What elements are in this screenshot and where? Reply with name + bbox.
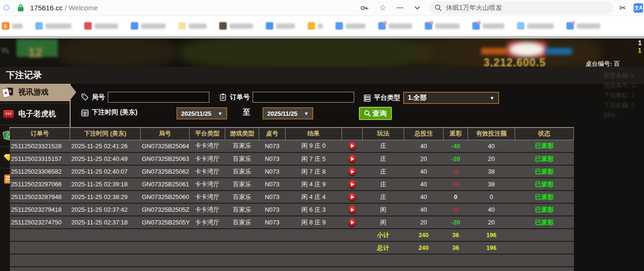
- column-header: 玩法: [363, 128, 404, 140]
- summary-valid-cell: 196: [468, 229, 515, 241]
- play-replay-icon[interactable]: [348, 155, 356, 163]
- status-cell: 已派彩: [515, 178, 574, 191]
- password-key-icon[interactable]: [360, 5, 369, 11]
- sidebar-item-cards[interactable]: 9♥视讯游戏: [0, 84, 70, 101]
- tab-loading-ring-icon: [3, 5, 9, 11]
- round-number-cell: GN07325B2505Z: [141, 203, 190, 216]
- bookmark-blurred-label: [46, 24, 72, 29]
- sidebar-item-slot-machine[interactable]: 777电子老虎机: [0, 105, 70, 123]
- empty-cell: [404, 254, 444, 267]
- summary-total-cell: 240: [404, 241, 444, 254]
- play-cell: [342, 203, 363, 216]
- bookmark-item[interactable]: [35, 22, 72, 30]
- date-from-select[interactable]: 2025/11/25 ▼: [176, 107, 227, 120]
- bookmark-item[interactable]: [219, 22, 253, 30]
- column-header: 派彩: [444, 128, 468, 140]
- bookmark-item[interactable]: [335, 22, 366, 30]
- play-replay-icon[interactable]: [348, 142, 356, 150]
- bet-time-cell: 2025-11-25 02:37:18: [70, 216, 141, 229]
- total-bet-cell: 40: [404, 203, 444, 216]
- banner-jackpot-number: 3,212,600.5: [484, 56, 546, 67]
- bookmark-favicon-icon: [219, 22, 227, 30]
- bookmark-favicon-icon: [425, 22, 432, 30]
- empty-cell: [225, 254, 259, 267]
- bookmark-item[interactable]: [378, 22, 412, 30]
- total-bet-cell: 20: [404, 216, 444, 229]
- empty-cell: [70, 254, 141, 267]
- bookmark-star-icon[interactable]: ☆: [379, 4, 386, 12]
- translate-extension-icon[interactable]: 文A: [634, 3, 643, 13]
- bookmark-blurred-label: [230, 24, 253, 29]
- empty-cell: [342, 241, 363, 254]
- cards-icon: 9♥: [3, 87, 14, 98]
- bookmark-item[interactable]: E: [2, 22, 23, 30]
- banner-blue-bar: [546, 48, 572, 55]
- address-bar[interactable]: 175616.cc / Welcome: [30, 4, 98, 12]
- bookmark-item[interactable]: [178, 22, 207, 30]
- secure-lock-icon[interactable]: [17, 4, 24, 12]
- summary-label-cell: 小计: [363, 229, 404, 241]
- platform-cell: 卡卡湾厅: [190, 203, 225, 216]
- status-cell: 已派彩: [515, 216, 574, 229]
- empty-cell: [515, 229, 574, 241]
- empty-cell: [515, 241, 574, 254]
- payout-cell: -40: [444, 140, 468, 152]
- platform-type-select[interactable]: 1.全部 ▼: [403, 92, 499, 104]
- bet-time-cell: 2025-11-25 02:37:42: [70, 203, 141, 216]
- column-header: 游戏类型: [225, 128, 259, 140]
- dropdown-arrow-icon: ▼: [300, 111, 312, 116]
- empty-cell: [225, 267, 259, 271]
- chevron-down-icon[interactable]: [414, 6, 421, 10]
- bet-records-table: 订单号下注时间 (美东)局号平台类型游戏类型桌号结果玩法总投注派彩有效投注额状态…: [9, 127, 574, 271]
- order-number-input[interactable]: [253, 92, 354, 103]
- empty-cell: [190, 254, 225, 267]
- bookmark-item[interactable]: [131, 22, 166, 30]
- date-to-value: 2025/11/25: [263, 110, 300, 117]
- banner-logo-text: YL: [1, 46, 10, 54]
- table-number-cell: N073: [259, 191, 286, 203]
- bookmark-blurred-label: [483, 24, 504, 29]
- empty-cell: [141, 254, 190, 267]
- summary-payout-cell: 36: [444, 241, 468, 254]
- bet-time-cell: 2025-11-25 02:41:26: [70, 140, 141, 152]
- bookmark-favicon-icon: [566, 22, 574, 30]
- table-body: 2511250233215282025-11-25 02:41:26GN0732…: [10, 140, 574, 271]
- bookmark-favicon-icon: [35, 22, 43, 30]
- bookmark-item[interactable]: [472, 22, 504, 30]
- round-number-input[interactable]: [108, 92, 209, 103]
- bet-time-cell: 2025-11-25 02:39:18: [70, 178, 141, 191]
- empty-cell: [468, 267, 515, 271]
- bookmark-blurred-label: [189, 24, 207, 29]
- clipboard-icon: [219, 93, 227, 101]
- platform-cell: 卡卡湾厅: [190, 165, 225, 178]
- slot-machine-icon: 777: [3, 109, 14, 120]
- play-replay-icon[interactable]: [348, 206, 356, 214]
- bookmark-item[interactable]: [425, 22, 460, 30]
- status-cell: 已派彩: [515, 140, 574, 152]
- address-page: Welcome: [69, 4, 98, 12]
- table-number-cell: N073: [259, 152, 286, 165]
- play-cell: [342, 216, 363, 229]
- bookmark-item[interactable]: [517, 22, 554, 30]
- bookmark-item[interactable]: [266, 22, 295, 30]
- scissors-extension-icon[interactable]: ✂: [619, 4, 626, 12]
- search-input[interactable]: 休眠1万年火山喷发: [429, 1, 613, 14]
- bookmark-item[interactable]: [566, 22, 600, 30]
- result-cell: 闲 4 庄 9: [286, 178, 342, 191]
- extensions-dots-icon[interactable]: •••: [397, 5, 404, 10]
- play-replay-icon[interactable]: [348, 180, 356, 188]
- bookmark-blurred-label: [435, 24, 460, 29]
- table-row: 2511250233151572025-11-25 02:40:49GN0732…: [10, 152, 574, 165]
- platform-type-value: 1.全部: [404, 94, 486, 102]
- bookmark-item[interactable]: [308, 22, 323, 30]
- bookmark-blurred-label: [95, 24, 118, 29]
- query-button[interactable]: 查询: [359, 107, 392, 120]
- play-replay-icon[interactable]: [348, 167, 356, 175]
- date-to-select[interactable]: 2025/11/25 ▼: [262, 107, 313, 120]
- bookmark-blurred-label: [527, 24, 554, 29]
- play-replay-icon[interactable]: [348, 218, 356, 226]
- bookmark-item[interactable]: [84, 22, 118, 30]
- summary-valid-cell: 196: [468, 241, 515, 254]
- play-replay-icon[interactable]: [348, 193, 356, 201]
- valid-bet-cell: 40: [468, 140, 515, 152]
